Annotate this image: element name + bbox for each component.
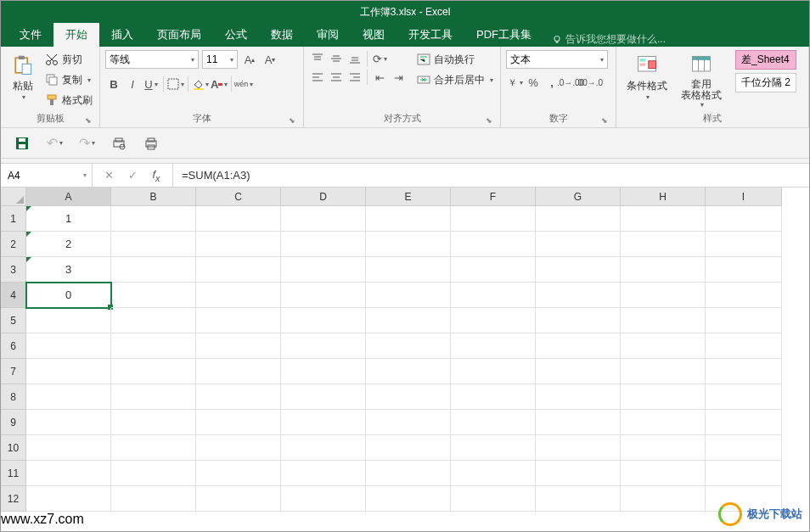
cell-I2[interactable] [706, 232, 782, 257]
row-header-7[interactable]: 7 [1, 359, 26, 384]
paste-button[interactable]: 粘贴 ▾ [6, 50, 40, 104]
increase-indent-button[interactable]: ⇥ [390, 69, 407, 86]
percent-button[interactable]: % [525, 74, 542, 91]
cell-E5[interactable] [366, 308, 451, 333]
cell-D5[interactable] [281, 308, 366, 333]
cell-G2[interactable] [536, 232, 621, 257]
col-header-G[interactable]: G [536, 188, 621, 206]
cell-G10[interactable] [536, 435, 621, 461]
cell-H5[interactable] [621, 308, 706, 333]
cell-I1[interactable] [706, 206, 782, 232]
cell-I5[interactable] [706, 308, 782, 333]
tab-review[interactable]: 审阅 [305, 23, 351, 47]
cell-D8[interactable] [281, 384, 366, 410]
tab-insert[interactable]: 插入 [99, 23, 145, 47]
cell-B3[interactable] [111, 257, 196, 283]
dialog-launcher-icon[interactable]: ⬊ [288, 116, 296, 125]
cell-E3[interactable] [366, 257, 451, 283]
cell-B10[interactable] [111, 435, 196, 461]
cell-G4[interactable] [536, 283, 621, 308]
cell-C1[interactable] [196, 206, 281, 232]
bold-button[interactable]: B [105, 76, 122, 92]
col-header-D[interactable]: D [281, 188, 366, 206]
cell-G1[interactable] [536, 206, 621, 232]
cell-G11[interactable] [536, 461, 621, 486]
cell-F11[interactable] [451, 461, 536, 486]
border-button[interactable]: ▾ [167, 76, 184, 92]
cell-H8[interactable] [621, 384, 706, 410]
col-header-B[interactable]: B [111, 188, 196, 206]
cell-D1[interactable] [281, 206, 366, 232]
cell-E1[interactable] [366, 206, 451, 232]
row-header-4[interactable]: 4 [1, 283, 26, 308]
cancel-formula-button[interactable]: ✕ [101, 168, 116, 183]
cell-E4[interactable] [366, 283, 451, 308]
align-center-button[interactable] [328, 69, 345, 86]
dialog-launcher-icon[interactable]: ⬊ [84, 116, 93, 125]
cell-A1[interactable]: 1 [26, 206, 111, 232]
confirm-formula-button[interactable]: ✓ [125, 168, 140, 183]
cell-H7[interactable] [621, 359, 706, 384]
row-header-12[interactable]: 12 [1, 486, 26, 512]
increase-font-button[interactable]: A▴ [241, 51, 258, 68]
cell-C2[interactable] [196, 232, 281, 257]
cell-G9[interactable] [536, 410, 621, 435]
cell-E9[interactable] [366, 410, 451, 435]
font-name-combo[interactable]: 等线▾ [105, 50, 199, 69]
cell-B11[interactable] [111, 461, 196, 486]
cell-D7[interactable] [281, 359, 366, 384]
cell-E6[interactable] [366, 333, 451, 359]
cell-C7[interactable] [196, 359, 281, 384]
copy-button[interactable]: 复制▾ [43, 70, 94, 89]
font-color-button[interactable]: A▾ [211, 76, 228, 92]
cell-D3[interactable] [281, 257, 366, 283]
select-all-corner[interactable] [1, 188, 26, 206]
name-box[interactable]: A4 ▾ [1, 164, 93, 187]
merge-center-button[interactable]: 合并后居中▾ [415, 70, 495, 89]
cell-F8[interactable] [451, 384, 536, 410]
style-thousand-sep[interactable]: 千位分隔 2 [735, 73, 796, 92]
cell-G3[interactable] [536, 257, 621, 283]
cell-F10[interactable] [451, 435, 536, 461]
cell-G12[interactable] [536, 486, 621, 512]
cell-C8[interactable] [196, 384, 281, 410]
tab-file[interactable]: 文件 [8, 23, 53, 47]
cell-B4[interactable] [111, 283, 196, 308]
cell-G7[interactable] [536, 359, 621, 384]
cell-B8[interactable] [111, 384, 196, 410]
align-top-button[interactable] [309, 50, 326, 67]
cell-A3[interactable]: 3 [26, 257, 111, 283]
number-format-combo[interactable]: 文本▾ [506, 50, 608, 69]
row-header-11[interactable]: 11 [1, 461, 26, 486]
cell-C12[interactable] [196, 486, 281, 512]
cell-F7[interactable] [451, 359, 536, 384]
cell-H6[interactable] [621, 333, 706, 359]
cell-H10[interactable] [621, 435, 706, 461]
cell-A8[interactable] [26, 384, 111, 410]
cell-I6[interactable] [706, 333, 782, 359]
phonetic-button[interactable]: wén▾ [235, 76, 252, 92]
cell-I4[interactable] [706, 283, 782, 308]
cell-C5[interactable] [196, 308, 281, 333]
decrease-decimal-button[interactable]: .00→.0 [581, 74, 598, 91]
cell-F9[interactable] [451, 410, 536, 435]
cell-C4[interactable] [196, 283, 281, 308]
cell-B9[interactable] [111, 410, 196, 435]
cell-H9[interactable] [621, 410, 706, 435]
cell-I8[interactable] [706, 384, 782, 410]
cell-H2[interactable] [621, 232, 706, 257]
cell-A4[interactable]: 0 [26, 283, 111, 308]
redo-button[interactable]: ↷▾ [77, 134, 96, 153]
row-header-2[interactable]: 2 [1, 232, 26, 257]
tab-data[interactable]: 数据 [259, 23, 305, 47]
cell-H3[interactable] [621, 257, 706, 283]
cell-E2[interactable] [366, 232, 451, 257]
align-right-button[interactable] [346, 69, 363, 86]
cell-B2[interactable] [111, 232, 196, 257]
cell-I11[interactable] [706, 461, 782, 486]
cell-B7[interactable] [111, 359, 196, 384]
cut-button[interactable]: 剪切 [43, 50, 94, 69]
dialog-launcher-icon[interactable]: ⬊ [485, 116, 493, 125]
decrease-font-button[interactable]: A▾ [262, 51, 278, 68]
col-header-I[interactable]: I [706, 188, 782, 206]
